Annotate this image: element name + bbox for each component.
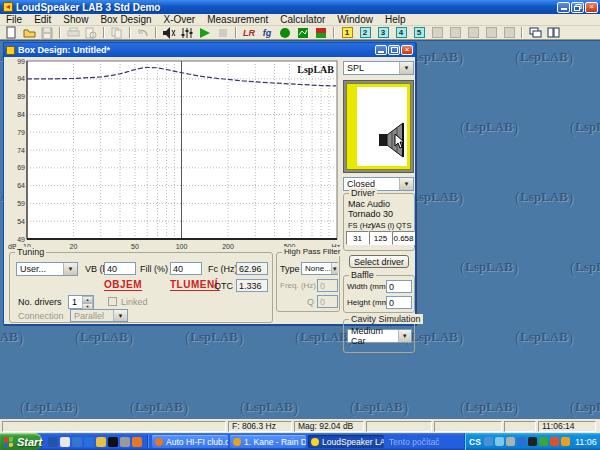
open-file-icon[interactable] <box>21 26 37 39</box>
tile-windows-icon[interactable] <box>545 26 561 39</box>
mixer-icon[interactable] <box>179 26 195 39</box>
chart-icon[interactable] <box>295 26 311 39</box>
messenger-tray-icon[interactable] <box>484 437 493 446</box>
menu-item-box-design[interactable]: Box Design <box>94 14 157 25</box>
svg-text:99: 99 <box>17 59 25 65</box>
no-drivers-stepper[interactable]: 1 ▲▼ <box>68 295 94 309</box>
chevron-down-icon[interactable]: ▼ <box>331 263 338 274</box>
bluetooth-icon[interactable] <box>517 437 526 446</box>
status-magnitude: Mag: 92.04 dB <box>294 421 364 432</box>
fc-field: 62.96 <box>236 262 268 275</box>
cavity-simulation-dropdown[interactable]: Medium Car ▼ <box>347 329 412 343</box>
box-design-title-bar[interactable]: Box Design: Untitled* × <box>4 43 415 57</box>
spin-up-icon[interactable]: ▲ <box>82 296 93 303</box>
display-settings-icon[interactable] <box>506 437 515 446</box>
menu-item-calculator[interactable]: Calculator <box>274 14 331 25</box>
vas-header: VAS (l) <box>371 221 394 230</box>
watermark-logo: (LspLAB) <box>350 399 408 417</box>
page-3-button[interactable]: 3 <box>375 26 391 39</box>
chevron-down-icon[interactable]: ▼ <box>399 178 413 190</box>
console-icon[interactable] <box>108 437 118 447</box>
internet-explorer-icon[interactable] <box>84 437 94 447</box>
page-5-button[interactable]: 5 <box>411 26 427 39</box>
taskbar-task[interactable]: Tento počítač <box>386 435 462 448</box>
page-7-button[interactable] <box>447 26 463 39</box>
spl-chart-canvas[interactable]: 9994898479746964595449102050100200500dBH… <box>6 59 342 251</box>
vb-field[interactable]: 40 <box>104 262 136 275</box>
box-design-maximize-button[interactable] <box>388 45 400 55</box>
alert-icon[interactable] <box>550 437 559 446</box>
menu-item-show[interactable]: Show <box>57 14 94 25</box>
close-button[interactable]: × <box>585 2 598 13</box>
view-selector-value: SPL <box>347 63 364 73</box>
hpf-type-dropdown[interactable]: None... ▼ <box>301 262 338 275</box>
linked-checkbox[interactable] <box>108 297 117 306</box>
restore-button[interactable] <box>571 2 584 13</box>
new-file-icon[interactable] <box>3 26 19 39</box>
menu-item-x-over[interactable]: X-Over <box>158 14 202 25</box>
watermark-logo: (LspLAB) <box>460 259 518 277</box>
box-design-close-button[interactable]: × <box>401 45 413 55</box>
watermark-logo: (LspLAB) <box>185 329 243 347</box>
baffle-width-field[interactable]: 0 <box>386 280 412 293</box>
toolbar-separator <box>103 27 105 38</box>
baffle-height-label: Height (mm) <box>347 298 391 307</box>
play-icon[interactable] <box>197 26 213 39</box>
messenger-icon[interactable] <box>72 437 82 447</box>
chevron-down-icon[interactable]: ▼ <box>398 330 411 342</box>
start-label: Start <box>17 436 42 448</box>
menu-item-help[interactable]: Help <box>379 14 412 25</box>
fill-field[interactable]: 40 <box>170 262 202 275</box>
fs-value: 31 <box>346 231 369 245</box>
svg-text:74: 74 <box>17 147 25 154</box>
hpf-q-label: Q <box>307 297 314 307</box>
box-design-minimize-button[interactable] <box>375 45 387 55</box>
view-selector-dropdown[interactable]: SPL ▼ <box>343 61 414 75</box>
lr-measurement-icon[interactable]: LR <box>241 26 257 39</box>
battery-icon[interactable] <box>561 437 570 446</box>
minimize-button[interactable] <box>557 2 570 13</box>
app-icon[interactable] <box>120 437 130 447</box>
no-drivers-value: 1 <box>72 297 77 307</box>
menu-item-edit[interactable]: Edit <box>28 14 57 25</box>
start-button[interactable]: Start <box>0 433 42 450</box>
taskbar-task[interactable]: Auto HI-FI club.cz | ... <box>152 435 228 448</box>
chevron-down-icon[interactable]: ▼ <box>399 62 413 74</box>
sync-icon[interactable] <box>495 437 504 446</box>
spl-chart[interactable]: LspLAB 999489847974696459544910205010020… <box>6 59 342 251</box>
page-4-button[interactable]: 4 <box>393 26 409 39</box>
chevron-down-icon[interactable]: ▼ <box>63 263 77 275</box>
taskbar-task[interactable]: LoudSpeaker LAB 3 S... <box>308 435 384 448</box>
page-10-button[interactable] <box>501 26 517 39</box>
signal-generator-icon[interactable]: fg <box>259 26 275 39</box>
media-tray-icon[interactable] <box>528 437 537 446</box>
language-indicator[interactable]: CS <box>469 437 481 447</box>
rta-icon[interactable] <box>277 26 293 39</box>
folder-icon[interactable] <box>96 437 106 447</box>
page-1-button[interactable]: 1 <box>339 26 355 39</box>
firefox-icon[interactable] <box>132 437 142 447</box>
baffle-height-field[interactable]: 0 <box>386 296 412 309</box>
page-8-button[interactable] <box>465 26 481 39</box>
document-icon[interactable] <box>60 437 70 447</box>
undo-icon <box>135 26 151 39</box>
page-3-button-label: 3 <box>378 27 389 38</box>
menu-item-measurement[interactable]: Measurement <box>201 14 274 25</box>
main-title-bar: LoudSpeaker LAB 3 Std Demo × <box>0 0 600 14</box>
status-time: 11:06:14 <box>538 421 596 432</box>
menu-item-window[interactable]: Window <box>331 14 379 25</box>
tuning-preset-dropdown[interactable]: User... ▼ <box>16 262 78 276</box>
linked-label: Linked <box>121 297 148 307</box>
media-player-icon[interactable] <box>48 437 58 447</box>
page-6-button[interactable] <box>429 26 445 39</box>
page-9-button[interactable] <box>483 26 499 39</box>
menu-item-file[interactable]: File <box>0 14 28 25</box>
select-driver-button[interactable]: Select driver <box>349 255 409 268</box>
taskbar-task[interactable]: 1. Kane - Rain Down... <box>230 435 306 448</box>
shield-icon[interactable] <box>539 437 548 446</box>
compare-icon[interactable] <box>313 26 329 39</box>
speaker-mute-icon[interactable] <box>161 26 177 39</box>
page-2-button[interactable]: 2 <box>357 26 373 39</box>
taskbar-clock[interactable]: 11:06 <box>575 437 597 447</box>
cascade-windows-icon[interactable] <box>527 26 543 39</box>
